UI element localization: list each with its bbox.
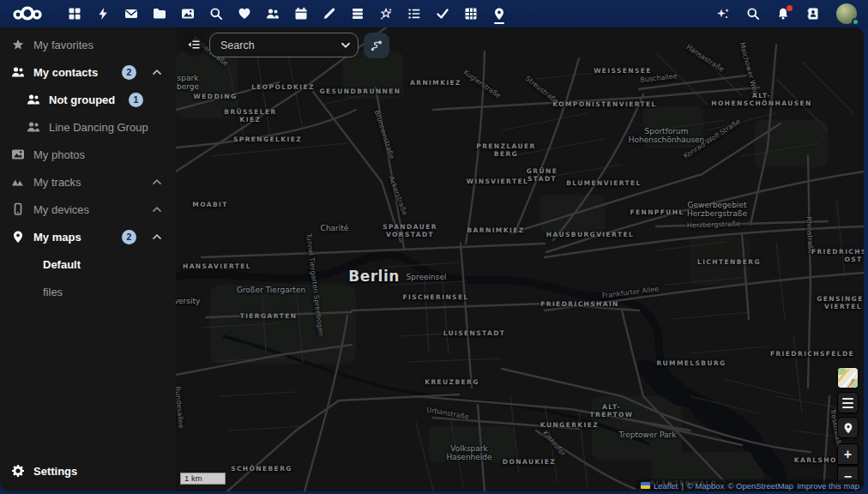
app-button-bullet-list[interactable] xyxy=(407,0,421,27)
table-grid-icon xyxy=(464,7,478,21)
people-icon xyxy=(11,65,25,79)
map-area[interactable]: spark bergeMüllerstraßeWEDDINGLEOPOLDKIE… xyxy=(176,27,864,491)
routing-button[interactable] xyxy=(364,33,389,58)
app-button-magnifier[interactable] xyxy=(209,0,223,27)
collapse-sidebar-icon xyxy=(187,38,201,51)
sidebar-item-label: My contacts xyxy=(33,66,98,79)
sidebar-item-label: My photos xyxy=(33,148,85,161)
dashboard-icon xyxy=(68,7,81,21)
topbar xyxy=(0,0,868,27)
app-button-pencil[interactable] xyxy=(322,0,336,27)
search-input[interactable] xyxy=(209,33,359,57)
chevron-up-icon[interactable] xyxy=(145,65,169,79)
osm-link[interactable]: © OpenStreetMap xyxy=(727,481,793,491)
topbar-sparkles-button[interactable] xyxy=(715,0,731,27)
sidebar-item-label: My devices xyxy=(33,203,89,216)
app-button-heart[interactable] xyxy=(238,0,251,27)
sidebar-item-my-photos[interactable]: My photos xyxy=(0,141,176,168)
settings-label: Settings xyxy=(33,465,77,478)
heart-icon xyxy=(238,7,251,21)
topbar-contacts-book-button[interactable] xyxy=(805,0,821,27)
zoom-in-button[interactable]: + xyxy=(837,443,859,465)
sidebar-item-label: My favorites xyxy=(33,39,93,51)
plus-icon: + xyxy=(844,448,852,461)
search-box xyxy=(209,33,359,57)
sidebar-item-my-maps[interactable]: My maps2 xyxy=(0,223,176,250)
chevron-up-icon[interactable] xyxy=(145,230,169,244)
layers-preview-button[interactable] xyxy=(837,367,859,389)
counter-badge: 2 xyxy=(122,65,136,80)
app-button-calendar[interactable] xyxy=(294,0,308,27)
menu-icon xyxy=(842,398,853,408)
sparkles-icon xyxy=(716,7,730,21)
settings-button[interactable]: Settings xyxy=(0,457,176,485)
phone-icon xyxy=(11,202,25,216)
gear-icon xyxy=(11,464,25,478)
sidebar: My favoritesMy contacts2Not grouped1Line… xyxy=(0,27,176,491)
locate-button[interactable] xyxy=(837,417,859,438)
map-attribution: Leaflet | © Mapbox © OpenStreetMap Impro… xyxy=(636,479,864,491)
location-pin-icon xyxy=(842,422,854,434)
leaflet-link[interactable]: Leaflet xyxy=(654,481,678,491)
mapbox-link[interactable]: © Mapbox xyxy=(687,481,724,491)
improve-link[interactable]: Improve this map xyxy=(797,481,859,491)
sidebar-item-default[interactable]: Default xyxy=(0,250,176,278)
counter-badge: 1 xyxy=(129,93,143,107)
sidebar-item-my-devices[interactable]: My devices xyxy=(0,196,176,223)
stack-icon xyxy=(351,7,365,21)
people-icon xyxy=(27,93,40,106)
chevron-up-icon[interactable] xyxy=(145,202,169,216)
app-button-folder[interactable] xyxy=(153,0,166,27)
topbar-magnifier-button[interactable] xyxy=(745,0,761,27)
map-controls: + − xyxy=(837,367,859,487)
app-button-map-pin[interactable] xyxy=(492,0,506,27)
notification-dot xyxy=(787,5,793,11)
people-icon xyxy=(266,7,280,21)
app-button-checkmark[interactable] xyxy=(436,0,449,27)
sidebar-item-my-tracks[interactable]: My tracks xyxy=(0,168,176,196)
topbar-avatar-button[interactable] xyxy=(835,0,858,27)
topbar-right xyxy=(715,0,858,27)
sidebar-item-line-dancing-group[interactable]: Line Dancing Group xyxy=(0,113,176,141)
folder-icon xyxy=(153,7,166,21)
nextcloud-logo[interactable] xyxy=(11,4,44,23)
sidebar-item-label: My tracks xyxy=(33,176,81,189)
magnifier-icon xyxy=(746,7,760,21)
sidebar-item-label: My maps xyxy=(33,231,81,244)
map-menu-button[interactable] xyxy=(837,392,859,413)
topbar-bell-button[interactable] xyxy=(775,0,791,27)
sidebar-item-my-contacts[interactable]: My contacts2 xyxy=(0,58,176,86)
sidebar-item-not-grouped[interactable]: Not grouped1 xyxy=(0,86,176,113)
contacts-book-icon xyxy=(806,7,820,21)
app-button-dashboard[interactable] xyxy=(68,0,81,27)
app-button-table-grid[interactable] xyxy=(464,0,478,27)
sidebar-item-my-favorites[interactable]: My favorites xyxy=(0,31,176,58)
map-pin-icon xyxy=(492,7,506,21)
search-dropdown-button[interactable] xyxy=(338,38,353,53)
bullet-list-icon xyxy=(407,7,421,21)
star-sparkle-icon xyxy=(379,7,393,21)
app-button-lightning[interactable] xyxy=(96,0,110,27)
chevron-down-icon xyxy=(338,38,353,53)
app-button-people[interactable] xyxy=(266,0,280,27)
scale-bar: 1 km xyxy=(180,473,226,485)
layers-preview-thumbnail xyxy=(837,367,859,389)
lightning-icon xyxy=(96,7,110,21)
app-button-star-sparkle[interactable] xyxy=(379,0,393,27)
app-button-envelope[interactable] xyxy=(124,0,138,27)
sidebar-list: My favoritesMy contacts2Not grouped1Line… xyxy=(0,27,176,305)
chevron-up-icon[interactable] xyxy=(145,175,169,189)
collapse-sidebar-button[interactable] xyxy=(182,33,206,57)
sidebar-item-label: Default xyxy=(43,258,81,271)
photo-icon xyxy=(181,7,195,21)
ukraine-flag-icon xyxy=(641,482,650,489)
map-tiles xyxy=(176,27,864,491)
app-button-photo[interactable] xyxy=(181,0,195,27)
app-menu xyxy=(68,0,506,27)
app-button-stack[interactable] xyxy=(351,0,365,27)
status-online-dot xyxy=(852,18,859,26)
sidebar-item-files[interactable]: files xyxy=(0,278,176,305)
sidebar-item-label: files xyxy=(43,286,63,298)
mountains-icon xyxy=(11,175,25,189)
people-icon xyxy=(27,120,40,134)
